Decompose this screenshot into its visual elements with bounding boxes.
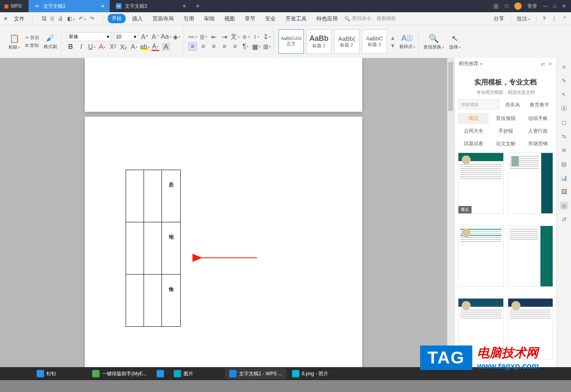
tab-references[interactable]: 引用: [180, 13, 197, 24]
strip-nav-icon[interactable]: ▤: [560, 160, 568, 168]
tab-special[interactable]: 特色应用: [313, 13, 341, 24]
format-painter-button[interactable]: 🖌 格式刷: [42, 33, 59, 50]
italic-button[interactable]: I: [77, 43, 85, 51]
style-normal[interactable]: AaBbCcDd 正文: [279, 29, 304, 54]
collapse-ribbon-button[interactable]: ⌃: [562, 16, 567, 22]
filter-education[interactable]: 教育教学: [526, 100, 553, 111]
skin-icon[interactable]: ⬡: [505, 3, 509, 9]
template-search-input[interactable]: 搜索模板: [458, 100, 499, 109]
cat-hr[interactable]: 人资行政: [522, 126, 553, 137]
document-tab-1[interactable]: W 文字文稿1: [29, 0, 110, 12]
select-button[interactable]: ↖ 选择: [446, 33, 463, 50]
shading-button[interactable]: ▦: [252, 42, 260, 51]
find-replace-button[interactable]: 🔍 查找替换: [423, 33, 444, 50]
change-case-button[interactable]: Aa: [162, 33, 170, 41]
style-heading1[interactable]: AaBb 标题 1: [306, 29, 332, 54]
tab-security[interactable]: 安全: [262, 13, 279, 24]
document-tab-2[interactable]: W 文字文稿3: [110, 0, 192, 12]
layout-icon[interactable]: ◧: [67, 16, 75, 22]
strip-menu-icon[interactable]: ≡: [560, 63, 568, 71]
cat-contract[interactable]: 合同大全: [458, 126, 489, 137]
line-spacing-button[interactable]: ↕: [252, 33, 260, 41]
strip-docer-icon[interactable]: ◎: [560, 202, 568, 210]
document-area[interactable]: 历史 地理 生物: [0, 58, 447, 367]
vertical-scrollbar[interactable]: [447, 58, 454, 367]
panel-close-button[interactable]: ✕: [548, 61, 552, 67]
font-color-button[interactable]: A: [151, 43, 159, 51]
text-effects-button[interactable]: A: [130, 43, 138, 51]
filter-business[interactable]: 商务风: [502, 100, 524, 111]
style-heading3[interactable]: AaBbC 标题 3: [362, 29, 387, 54]
new-tab-button[interactable]: +: [192, 2, 204, 10]
sort-button[interactable]: ↧: [263, 33, 271, 41]
tab-view[interactable]: 视图: [221, 13, 238, 24]
dropdown-icon[interactable]: ▾: [480, 61, 482, 67]
grow-font-button[interactable]: A⁺: [141, 33, 149, 41]
strikethrough-button[interactable]: A: [98, 43, 106, 51]
clear-format-button[interactable]: ◈: [173, 33, 181, 41]
user-avatar[interactable]: [514, 2, 522, 10]
document-table[interactable]: 历史 地理 生物: [126, 170, 181, 327]
bold-button[interactable]: B: [66, 43, 75, 51]
tab-insert[interactable]: 插入: [129, 13, 146, 24]
taskbar-item-image[interactable]: 6.png - 照片: [288, 368, 332, 379]
comments-button[interactable]: 批注: [517, 15, 530, 22]
strip-outline-icon[interactable]: ≋: [560, 146, 568, 154]
template-thumbnail[interactable]: 最近: [458, 153, 504, 214]
styles-up-button[interactable]: ▴: [391, 34, 394, 42]
cat-thesis[interactable]: 论文文献: [490, 138, 521, 149]
char-shading-button[interactable]: A: [162, 43, 170, 51]
help-button[interactable]: ?: [543, 16, 546, 22]
tab-devtools[interactable]: 开发工具: [282, 13, 310, 24]
align-center-button[interactable]: ≡: [199, 42, 207, 51]
template-thumbnail[interactable]: [508, 226, 553, 287]
undo-button[interactable]: ↶: [79, 16, 86, 22]
new-style-button[interactable]: A̲ͣ 新样式: [398, 33, 416, 50]
taskbar-item-typeset[interactable]: 一键排版助手(MyE...: [88, 368, 151, 379]
strip-template-icon[interactable]: ✎: [560, 77, 568, 85]
print-icon[interactable]: 🖨: [58, 16, 63, 22]
notification-badge[interactable]: 2: [493, 4, 499, 9]
shrink-font-button[interactable]: A⁻: [151, 33, 159, 41]
hamburger-icon[interactable]: ≡: [4, 16, 7, 22]
tab-start[interactable]: 开始: [108, 14, 126, 23]
strip-settings-icon[interactable]: ⇆: [560, 132, 568, 140]
minimize-button[interactable]: —: [543, 3, 548, 9]
style-heading2[interactable]: AaBb( 标题 2: [334, 29, 359, 54]
cat-exam[interactable]: 试题试卷: [458, 138, 489, 149]
redo-button[interactable]: ↷: [90, 16, 94, 22]
cat-handwrite[interactable]: 手抄报: [490, 126, 521, 137]
cat-resume[interactable]: 简历: [458, 113, 489, 124]
more-button[interactable]: ⋮: [551, 16, 557, 22]
bullets-button[interactable]: ≔: [188, 33, 197, 41]
paragraph-spacing-button[interactable]: ¶: [241, 42, 250, 51]
tab-page-layout[interactable]: 页面布局: [149, 13, 177, 24]
borders-button[interactable]: ⊞: [263, 42, 271, 51]
align-distribute-button[interactable]: ≡: [231, 42, 239, 51]
maximize-button[interactable]: □: [553, 3, 556, 9]
text-direction-button[interactable]: 文: [231, 33, 239, 41]
copy-button[interactable]: ⧉ 复制: [25, 42, 39, 49]
taskbar-item-dingtalk[interactable]: 钉钉: [33, 368, 60, 379]
print-preview-icon[interactable]: ⎙: [51, 16, 54, 22]
close-button[interactable]: ✕: [562, 3, 566, 9]
template-thumbnail[interactable]: [508, 153, 553, 214]
strip-chart-icon[interactable]: 📊: [560, 174, 568, 182]
share-button[interactable]: 分享: [494, 15, 504, 22]
paste-button[interactable]: 📋 粘贴: [6, 33, 23, 50]
taskbar-item-wps[interactable]: 文字文稿1 - WPS ...: [225, 368, 286, 379]
strip-shape-icon[interactable]: ◻: [560, 118, 568, 126]
increase-indent-button[interactable]: ⇥: [220, 33, 228, 41]
strip-history-icon[interactable]: ↺: [560, 215, 568, 224]
font-name-select[interactable]: 宋体▾: [66, 32, 111, 41]
panel-settings-icon[interactable]: ⇄: [541, 61, 545, 67]
template-thumbnail[interactable]: [458, 226, 504, 287]
tab-review[interactable]: 审阅: [201, 13, 218, 24]
cat-poster[interactable]: 宣传海报: [490, 113, 521, 124]
align-justify-button[interactable]: ≡: [220, 42, 228, 51]
file-menu[interactable]: 文件: [11, 13, 28, 24]
cat-letter[interactable]: 信纸手账: [522, 113, 553, 124]
align-distribute-button[interactable]: ≑: [241, 33, 250, 41]
align-right-button[interactable]: ≡: [210, 42, 218, 51]
align-left-button[interactable]: ≡: [188, 42, 197, 51]
